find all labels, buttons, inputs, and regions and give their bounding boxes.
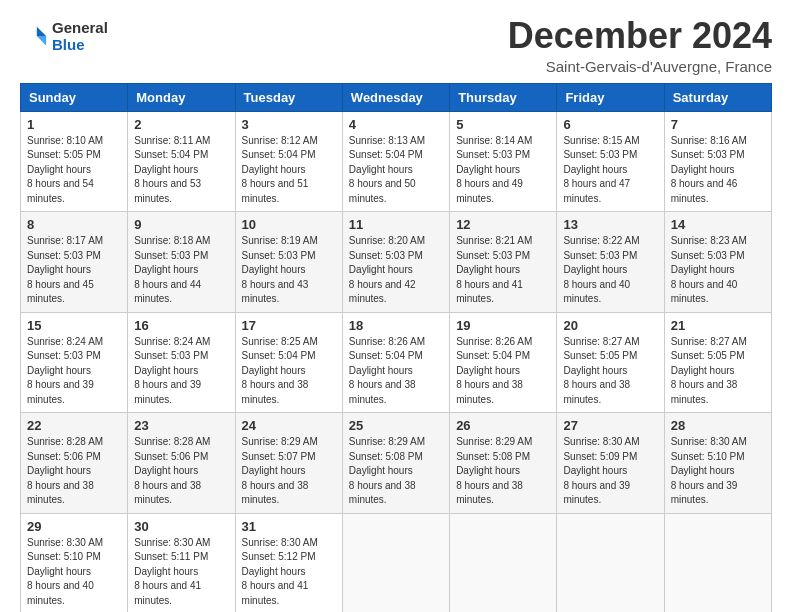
day-cell: 30 Sunrise: 8:30 AM Sunset: 5:11 PM Dayl… bbox=[128, 513, 235, 612]
day-number: 18 bbox=[349, 318, 443, 333]
day-info: Sunrise: 8:13 AM Sunset: 5:04 PM Dayligh… bbox=[349, 134, 443, 207]
day-info: Sunrise: 8:29 AM Sunset: 5:08 PM Dayligh… bbox=[456, 435, 550, 508]
day-cell bbox=[557, 513, 664, 612]
day-cell: 10 Sunrise: 8:19 AM Sunset: 5:03 PM Dayl… bbox=[235, 212, 342, 313]
day-number: 14 bbox=[671, 217, 765, 232]
month-title: December 2024 bbox=[508, 16, 772, 56]
day-cell: 17 Sunrise: 8:25 AM Sunset: 5:04 PM Dayl… bbox=[235, 312, 342, 413]
page-header: General Blue December 2024 Saint-Gervais… bbox=[20, 16, 772, 75]
day-cell: 26 Sunrise: 8:29 AM Sunset: 5:08 PM Dayl… bbox=[450, 413, 557, 514]
day-info: Sunrise: 8:24 AM Sunset: 5:03 PM Dayligh… bbox=[134, 335, 228, 408]
day-cell: 12 Sunrise: 8:21 AM Sunset: 5:03 PM Dayl… bbox=[450, 212, 557, 313]
day-cell bbox=[450, 513, 557, 612]
day-info: Sunrise: 8:30 AM Sunset: 5:12 PM Dayligh… bbox=[242, 536, 336, 609]
day-cell: 8 Sunrise: 8:17 AM Sunset: 5:03 PM Dayli… bbox=[21, 212, 128, 313]
week-row-5: 29 Sunrise: 8:30 AM Sunset: 5:10 PM Dayl… bbox=[21, 513, 772, 612]
day-cell: 7 Sunrise: 8:16 AM Sunset: 5:03 PM Dayli… bbox=[664, 111, 771, 212]
calendar-table: SundayMondayTuesdayWednesdayThursdayFrid… bbox=[20, 83, 772, 612]
day-number: 15 bbox=[27, 318, 121, 333]
week-row-2: 8 Sunrise: 8:17 AM Sunset: 5:03 PM Dayli… bbox=[21, 212, 772, 313]
day-cell: 13 Sunrise: 8:22 AM Sunset: 5:03 PM Dayl… bbox=[557, 212, 664, 313]
day-cell: 11 Sunrise: 8:20 AM Sunset: 5:03 PM Dayl… bbox=[342, 212, 449, 313]
day-cell: 4 Sunrise: 8:13 AM Sunset: 5:04 PM Dayli… bbox=[342, 111, 449, 212]
day-number: 11 bbox=[349, 217, 443, 232]
day-cell bbox=[664, 513, 771, 612]
logo-icon bbox=[20, 23, 48, 51]
week-row-4: 22 Sunrise: 8:28 AM Sunset: 5:06 PM Dayl… bbox=[21, 413, 772, 514]
day-number: 1 bbox=[27, 117, 121, 132]
day-cell: 1 Sunrise: 8:10 AM Sunset: 5:05 PM Dayli… bbox=[21, 111, 128, 212]
day-info: Sunrise: 8:21 AM Sunset: 5:03 PM Dayligh… bbox=[456, 234, 550, 307]
day-info: Sunrise: 8:19 AM Sunset: 5:03 PM Dayligh… bbox=[242, 234, 336, 307]
day-cell: 2 Sunrise: 8:11 AM Sunset: 5:04 PM Dayli… bbox=[128, 111, 235, 212]
day-number: 31 bbox=[242, 519, 336, 534]
day-info: Sunrise: 8:16 AM Sunset: 5:03 PM Dayligh… bbox=[671, 134, 765, 207]
day-info: Sunrise: 8:20 AM Sunset: 5:03 PM Dayligh… bbox=[349, 234, 443, 307]
day-number: 22 bbox=[27, 418, 121, 433]
day-cell: 9 Sunrise: 8:18 AM Sunset: 5:03 PM Dayli… bbox=[128, 212, 235, 313]
day-number: 27 bbox=[563, 418, 657, 433]
day-number: 2 bbox=[134, 117, 228, 132]
day-number: 4 bbox=[349, 117, 443, 132]
header-thursday: Thursday bbox=[450, 83, 557, 111]
day-cell: 20 Sunrise: 8:27 AM Sunset: 5:05 PM Dayl… bbox=[557, 312, 664, 413]
day-number: 25 bbox=[349, 418, 443, 433]
day-info: Sunrise: 8:29 AM Sunset: 5:08 PM Dayligh… bbox=[349, 435, 443, 508]
day-info: Sunrise: 8:17 AM Sunset: 5:03 PM Dayligh… bbox=[27, 234, 121, 307]
day-cell: 25 Sunrise: 8:29 AM Sunset: 5:08 PM Dayl… bbox=[342, 413, 449, 514]
day-info: Sunrise: 8:15 AM Sunset: 5:03 PM Dayligh… bbox=[563, 134, 657, 207]
day-cell: 23 Sunrise: 8:28 AM Sunset: 5:06 PM Dayl… bbox=[128, 413, 235, 514]
day-number: 12 bbox=[456, 217, 550, 232]
day-cell: 24 Sunrise: 8:29 AM Sunset: 5:07 PM Dayl… bbox=[235, 413, 342, 514]
day-number: 21 bbox=[671, 318, 765, 333]
day-info: Sunrise: 8:30 AM Sunset: 5:10 PM Dayligh… bbox=[671, 435, 765, 508]
day-cell: 31 Sunrise: 8:30 AM Sunset: 5:12 PM Dayl… bbox=[235, 513, 342, 612]
day-number: 9 bbox=[134, 217, 228, 232]
day-number: 19 bbox=[456, 318, 550, 333]
day-info: Sunrise: 8:24 AM Sunset: 5:03 PM Dayligh… bbox=[27, 335, 121, 408]
day-cell: 15 Sunrise: 8:24 AM Sunset: 5:03 PM Dayl… bbox=[21, 312, 128, 413]
day-info: Sunrise: 8:23 AM Sunset: 5:03 PM Dayligh… bbox=[671, 234, 765, 307]
header-monday: Monday bbox=[128, 83, 235, 111]
logo-text: General Blue bbox=[52, 20, 108, 53]
logo-general: General bbox=[52, 20, 108, 37]
day-number: 7 bbox=[671, 117, 765, 132]
day-number: 6 bbox=[563, 117, 657, 132]
day-cell: 5 Sunrise: 8:14 AM Sunset: 5:03 PM Dayli… bbox=[450, 111, 557, 212]
day-cell: 3 Sunrise: 8:12 AM Sunset: 5:04 PM Dayli… bbox=[235, 111, 342, 212]
svg-marker-1 bbox=[37, 36, 46, 45]
day-info: Sunrise: 8:30 AM Sunset: 5:11 PM Dayligh… bbox=[134, 536, 228, 609]
day-info: Sunrise: 8:29 AM Sunset: 5:07 PM Dayligh… bbox=[242, 435, 336, 508]
day-info: Sunrise: 8:28 AM Sunset: 5:06 PM Dayligh… bbox=[27, 435, 121, 508]
day-number: 30 bbox=[134, 519, 228, 534]
header-friday: Friday bbox=[557, 83, 664, 111]
day-number: 10 bbox=[242, 217, 336, 232]
day-number: 29 bbox=[27, 519, 121, 534]
day-info: Sunrise: 8:28 AM Sunset: 5:06 PM Dayligh… bbox=[134, 435, 228, 508]
header-saturday: Saturday bbox=[664, 83, 771, 111]
calendar-header-row: SundayMondayTuesdayWednesdayThursdayFrid… bbox=[21, 83, 772, 111]
day-number: 23 bbox=[134, 418, 228, 433]
day-number: 3 bbox=[242, 117, 336, 132]
day-info: Sunrise: 8:26 AM Sunset: 5:04 PM Dayligh… bbox=[456, 335, 550, 408]
day-cell: 22 Sunrise: 8:28 AM Sunset: 5:06 PM Dayl… bbox=[21, 413, 128, 514]
svg-marker-0 bbox=[37, 26, 46, 35]
day-number: 28 bbox=[671, 418, 765, 433]
day-info: Sunrise: 8:22 AM Sunset: 5:03 PM Dayligh… bbox=[563, 234, 657, 307]
day-info: Sunrise: 8:11 AM Sunset: 5:04 PM Dayligh… bbox=[134, 134, 228, 207]
logo: General Blue bbox=[20, 20, 108, 53]
day-number: 17 bbox=[242, 318, 336, 333]
day-cell: 19 Sunrise: 8:26 AM Sunset: 5:04 PM Dayl… bbox=[450, 312, 557, 413]
day-info: Sunrise: 8:27 AM Sunset: 5:05 PM Dayligh… bbox=[563, 335, 657, 408]
header-tuesday: Tuesday bbox=[235, 83, 342, 111]
day-cell: 21 Sunrise: 8:27 AM Sunset: 5:05 PM Dayl… bbox=[664, 312, 771, 413]
week-row-3: 15 Sunrise: 8:24 AM Sunset: 5:03 PM Dayl… bbox=[21, 312, 772, 413]
day-cell: 16 Sunrise: 8:24 AM Sunset: 5:03 PM Dayl… bbox=[128, 312, 235, 413]
location-subtitle: Saint-Gervais-d'Auvergne, France bbox=[508, 58, 772, 75]
day-number: 26 bbox=[456, 418, 550, 433]
title-area: December 2024 Saint-Gervais-d'Auvergne, … bbox=[508, 16, 772, 75]
logo-blue: Blue bbox=[52, 37, 108, 54]
day-number: 8 bbox=[27, 217, 121, 232]
day-number: 5 bbox=[456, 117, 550, 132]
day-cell: 27 Sunrise: 8:30 AM Sunset: 5:09 PM Dayl… bbox=[557, 413, 664, 514]
